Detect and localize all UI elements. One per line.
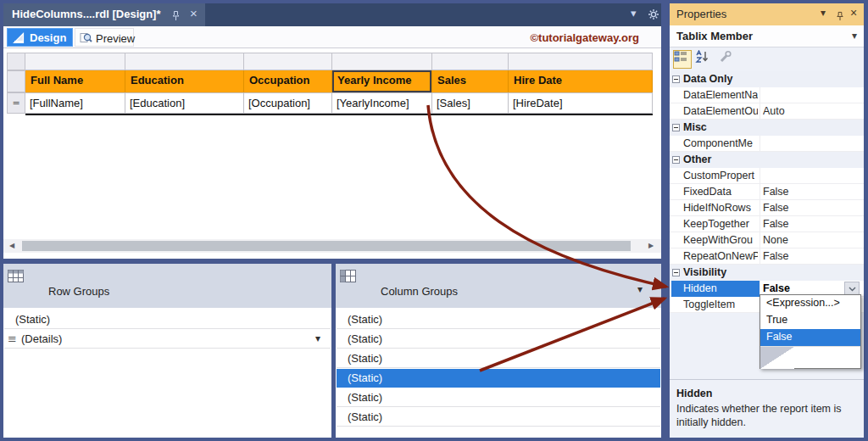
column-handle[interactable]: [332, 53, 432, 70]
category-misc[interactable]: Misc: [670, 120, 864, 136]
dropdown-option-expression[interactable]: <Expression...>: [760, 295, 860, 312]
categorized-icon: [674, 51, 687, 63]
row-group-details-label: (Details): [21, 332, 62, 345]
property-pages-wrench-button[interactable]: [719, 50, 737, 69]
watermark-text: ©tutorialgateway.org: [512, 31, 639, 44]
dropdown-option-false-selected[interactable]: False: [760, 329, 860, 346]
header-cell-fullname[interactable]: Full Name: [25, 70, 125, 92]
scroll-right-icon[interactable]: ▶: [644, 239, 658, 253]
description-title: Hidden: [676, 388, 857, 399]
group-menu-caret-icon[interactable]: ▾: [310, 330, 326, 348]
property-row[interactable]: HideIfNoRowsFalse: [670, 200, 864, 216]
data-cell-education[interactable]: [Education]: [125, 92, 244, 114]
column-groups-caret-icon[interactable]: ▾: [637, 283, 643, 295]
column-handle[interactable]: [25, 53, 125, 70]
resize-grip-icon: [760, 347, 794, 369]
document-tab-title: HideColumns....rdl [Design]*: [12, 8, 161, 20]
property-row[interactable]: FixedDataFalse: [670, 184, 864, 200]
horizontal-scrollbar[interactable]: ◀ ▶: [3, 239, 661, 253]
preview-tab-label: Preview: [96, 32, 135, 45]
row-handle-details[interactable]: =: [7, 92, 25, 114]
column-groups-title: Column Groups: [381, 285, 458, 298]
chevron-down-icon[interactable]: ▾: [631, 7, 637, 20]
row-group-static[interactable]: (Static): [4, 310, 331, 329]
close-icon[interactable]: ×: [190, 6, 198, 20]
property-row[interactable]: CustomPropert: [670, 168, 864, 184]
scroll-left-icon[interactable]: ◀: [5, 239, 19, 253]
tablix-corner-handle[interactable]: [7, 53, 25, 70]
header-cell-yearly-income-selected[interactable]: Yearly Income: [332, 70, 432, 92]
data-cell-sales[interactable]: [Sales]: [432, 92, 509, 114]
row-groups-header: Row Groups: [3, 264, 331, 308]
collapse-icon[interactable]: [672, 75, 680, 83]
scrollbar-thumb[interactable]: [22, 241, 631, 251]
collapse-icon[interactable]: [672, 124, 680, 131]
column-handle[interactable]: [509, 53, 653, 70]
collapse-icon[interactable]: [672, 156, 680, 164]
row-group-details[interactable]: ≡(Details) ▾: [4, 330, 331, 349]
object-selector[interactable]: Tablix Member ▾: [670, 25, 864, 47]
sort-alphabetical-icon: [695, 50, 709, 63]
row-groups-pane: Row Groups (Static) ≡(Details) ▾: [3, 264, 331, 438]
properties-title: Properties: [676, 8, 726, 20]
description-text: Indicates whether the report item is ini…: [676, 402, 857, 429]
property-row[interactable]: DataElementNa: [670, 87, 864, 103]
property-row[interactable]: ComponentMe: [670, 136, 864, 152]
column-group-static[interactable]: (Static): [337, 388, 660, 407]
document-tab-bar: HideColumns....rdl [Design]* × ▾: [3, 3, 661, 26]
category-visibility[interactable]: Visibility: [670, 265, 864, 281]
row-groups-icon: [8, 270, 24, 282]
close-icon[interactable]: ×: [850, 6, 857, 20]
details-handle-icon: ≡: [8, 330, 17, 348]
category-data-only[interactable]: Data Only: [670, 71, 864, 87]
property-row[interactable]: KeepTogetherFalse: [670, 216, 864, 232]
design-tab-button[interactable]: Design: [7, 28, 73, 47]
property-row[interactable]: RepeatOnNewPFalse: [670, 248, 864, 265]
report-design-surface[interactable]: = Full Name Education Occupation Yearly …: [3, 48, 661, 239]
column-group-static[interactable]: (Static): [337, 310, 660, 329]
header-cell-hiredate[interactable]: Hire Date: [509, 70, 653, 92]
chevron-down-icon: ▾: [852, 30, 857, 42]
column-handle[interactable]: [432, 53, 509, 70]
property-row[interactable]: DataElementOuAuto: [670, 103, 864, 120]
pin-icon[interactable]: [171, 9, 181, 25]
design-icon: [13, 32, 25, 44]
data-cell-occupation[interactable]: [Occupation]: [244, 92, 332, 114]
pin-icon[interactable]: [836, 9, 844, 25]
column-group-static[interactable]: (Static): [337, 330, 660, 349]
sort-alphabetical-button[interactable]: [695, 50, 714, 69]
property-description: Hidden Indicates whether the report item…: [670, 380, 864, 438]
category-other[interactable]: Other: [670, 152, 864, 168]
properties-titlebar[interactable]: Properties ▾ ×: [670, 3, 864, 25]
column-group-static[interactable]: (Static): [337, 408, 660, 427]
categorized-view-button[interactable]: [673, 50, 692, 69]
design-tab-label: Design: [30, 31, 66, 44]
mode-toolbar: Design Preview ©tutorialgateway.org: [3, 26, 661, 48]
preview-tab-button[interactable]: Preview: [75, 28, 134, 47]
collapse-icon[interactable]: [672, 269, 680, 276]
data-cell-hiredate[interactable]: [HireDate]: [509, 92, 653, 114]
hidden-value-dropdown: <Expression...> True False: [760, 294, 861, 369]
gear-icon[interactable]: [648, 8, 659, 24]
column-group-static-selected[interactable]: (Static): [337, 369, 660, 388]
column-groups-header: Column Groups ▾: [336, 264, 661, 308]
data-cell-yearly-income[interactable]: [YearlyIncome]: [332, 92, 432, 114]
row-groups-title: Row Groups: [48, 285, 109, 298]
dropdown-resize-grip[interactable]: [760, 346, 860, 368]
preview-icon: [80, 31, 92, 44]
panel-splitter[interactable]: [661, 3, 670, 438]
object-selector-value: Tablix Member: [676, 30, 753, 42]
data-cell-fullname[interactable]: [FullName]: [25, 92, 125, 114]
column-handle[interactable]: [125, 53, 244, 70]
header-cell-occupation[interactable]: Occupation: [244, 70, 332, 92]
column-handle[interactable]: [244, 53, 332, 70]
header-cell-sales[interactable]: Sales: [432, 70, 509, 92]
tablix-outline-bottom: [25, 114, 653, 115]
window-menu-caret-icon[interactable]: ▾: [821, 7, 826, 19]
row-handle-header[interactable]: [7, 70, 25, 92]
dropdown-option-true[interactable]: True: [760, 312, 860, 329]
header-cell-education[interactable]: Education: [125, 70, 244, 92]
column-group-static[interactable]: (Static): [337, 349, 660, 368]
property-row[interactable]: KeepWithGrouNone: [670, 232, 864, 248]
document-tab[interactable]: HideColumns....rdl [Design]* ×: [3, 3, 205, 26]
